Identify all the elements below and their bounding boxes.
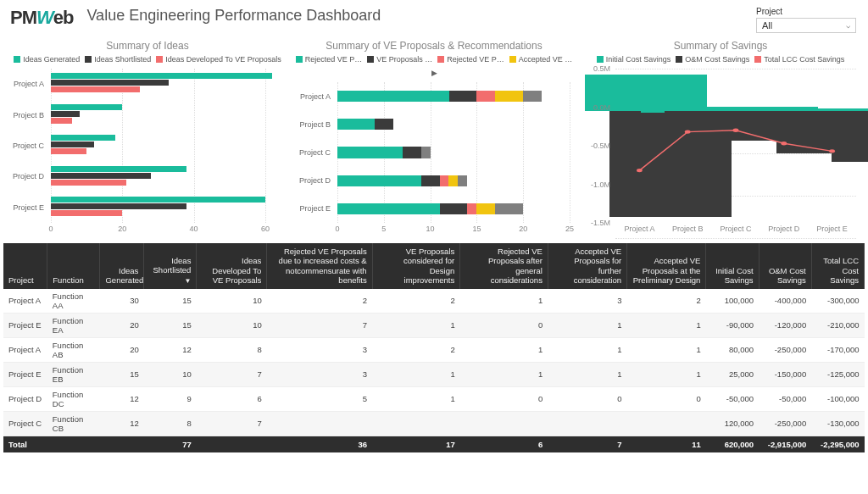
legend-item[interactable]: Rejected VE P… <box>437 55 504 64</box>
cell-project: Project D <box>3 386 47 411</box>
bar-segment[interactable] <box>440 175 449 186</box>
col-rej_general[interactable]: Rejected VE Proposals after general cons… <box>460 243 548 289</box>
cell-developed: 8 <box>197 337 267 362</box>
legend-more-icon[interactable]: ▶ <box>431 69 437 77</box>
project-dropdown[interactable]: All ⌵ <box>756 18 856 33</box>
bar[interactable] <box>51 111 80 117</box>
bar-segment[interactable] <box>476 91 495 102</box>
cell-om: -150,000 <box>759 362 811 386</box>
table-row[interactable]: Project AFunction AA30151022132100,000-4… <box>3 289 865 314</box>
col-acc_further[interactable]: Accepted VE Proposals for further consid… <box>548 243 626 289</box>
cell-ve_improve: 2 <box>372 337 460 362</box>
bar[interactable] <box>51 135 115 141</box>
bar-segment[interactable] <box>421 147 431 158</box>
bar-segment[interactable] <box>495 91 523 102</box>
x-tick: 10 <box>426 225 435 233</box>
col-om[interactable]: O&M Cost Savings <box>759 243 811 289</box>
table-row[interactable]: Project AFunction AB201283211180,000-250… <box>3 337 865 362</box>
cell-om: -120,000 <box>759 313 811 337</box>
col-function[interactable]: Function <box>47 243 100 289</box>
total-function <box>47 436 100 452</box>
legend-item[interactable]: Initial Cost Savings <box>597 55 671 64</box>
plot-area: 0.5M0.0M-0.5M-1.0M-1.5MProject AProject … <box>581 69 860 238</box>
bar-segment[interactable] <box>458 175 467 186</box>
bar-segment[interactable] <box>337 175 421 186</box>
bar[interactable] <box>51 148 86 154</box>
cell-developed: 6 <box>197 386 267 411</box>
table-row[interactable]: Project EFunction EB151073111125,000-150… <box>3 362 865 386</box>
col-initial[interactable]: Initial Cost Savings <box>706 243 759 289</box>
cell-generated: 20 <box>100 313 144 337</box>
col-lcc[interactable]: Total LCC Cost Savings <box>811 243 864 289</box>
bar-segment[interactable] <box>495 203 523 214</box>
legend-item[interactable]: Accepted VE … <box>509 55 573 64</box>
cell-rej_general: 0 <box>460 386 548 411</box>
legend-item[interactable]: Total LCC Cost Savings <box>754 55 844 64</box>
col-rej_cost[interactable]: Rejected VE Proposals due to increased c… <box>267 243 372 289</box>
bar-segment[interactable] <box>467 203 476 214</box>
bar[interactable] <box>51 73 272 79</box>
cell-project: Project E <box>3 362 47 386</box>
bar-segment[interactable] <box>403 147 421 158</box>
bar[interactable] <box>51 86 140 92</box>
col-shortlisted[interactable]: Ideas Shortlisted ▼ <box>144 243 197 289</box>
bar[interactable] <box>51 104 122 110</box>
bar-segment[interactable] <box>337 119 375 130</box>
cell-rej_general: 0 <box>460 313 548 337</box>
cell-lcc: -300,000 <box>811 289 864 314</box>
bar-segment[interactable] <box>448 175 458 186</box>
bar-segment[interactable] <box>523 91 542 102</box>
col-generated[interactable]: Ideas Generated <box>100 243 144 289</box>
legend-swatch <box>14 56 20 63</box>
charts-row: Summary of Ideas Ideas GeneratedIdeas Sh… <box>0 40 868 243</box>
bar[interactable] <box>51 180 126 186</box>
legend-item[interactable]: Ideas Generated <box>14 55 80 64</box>
x-tick: 0 <box>335 225 339 233</box>
cell-function: Function AB <box>47 337 100 362</box>
logo-post: eb <box>53 7 74 28</box>
bar-segment[interactable] <box>476 203 495 214</box>
cell-ve_improve: 1 <box>372 362 460 386</box>
bar[interactable] <box>51 203 186 209</box>
bar-segment[interactable] <box>337 91 449 102</box>
chart-proposals[interactable]: Summary of VE Proposals & Recommendation… <box>295 40 573 238</box>
col-ve_improve[interactable]: VE Proposals considered for Design impro… <box>372 243 460 289</box>
legend-item[interactable]: Ideas Shortlisted <box>85 55 151 64</box>
col-acc_prelim[interactable]: Accepted VE Proposals at the Preliminary… <box>627 243 706 289</box>
bar-segment[interactable] <box>337 203 440 214</box>
legend-label: VE Proposals … <box>376 55 432 64</box>
legend-item[interactable]: Ideas Developed To VE Proposals <box>156 55 281 64</box>
cell-rej_cost <box>267 411 372 436</box>
bar-segment[interactable] <box>421 175 440 186</box>
data-table[interactable]: ProjectFunctionIdeas GeneratedIdeas Shor… <box>3 243 865 452</box>
col-project[interactable]: Project <box>3 243 47 289</box>
table-row[interactable]: Project DFunction DC129651000-50,000-50,… <box>3 386 865 411</box>
bar[interactable] <box>51 197 265 203</box>
chart-savings[interactable]: Summary of Savings Initial Cost SavingsO… <box>581 40 860 238</box>
legend-item[interactable]: O&M Cost Savings <box>676 55 749 64</box>
table-row[interactable]: Project EFunction EA20151071011-90,000-1… <box>3 313 865 337</box>
bar[interactable] <box>51 80 169 86</box>
chart-ideas[interactable]: Summary of Ideas Ideas GeneratedIdeas Sh… <box>8 40 287 238</box>
cell-initial: -50,000 <box>706 386 759 411</box>
bar[interactable] <box>51 118 72 124</box>
table-row[interactable]: Project CFunction CB1287120,000-250,000-… <box>3 411 865 436</box>
legend-item[interactable]: Rejected VE P… <box>296 55 363 64</box>
bar[interactable] <box>51 166 186 172</box>
cell-generated: 15 <box>100 362 144 386</box>
bar-segment[interactable] <box>440 203 468 214</box>
bar[interactable] <box>51 173 151 179</box>
bar[interactable] <box>51 142 94 147</box>
cell-om: -400,000 <box>759 289 811 314</box>
vbar[interactable] <box>832 111 868 162</box>
cell-ve_improve: 2 <box>372 289 460 314</box>
total-rej_general: 6 <box>460 436 548 452</box>
bar-segment[interactable] <box>375 119 393 130</box>
bar-segment[interactable] <box>449 91 477 102</box>
cell-generated: 20 <box>100 337 144 362</box>
plot-area: Project AProject BProject CProject DProj… <box>8 69 287 238</box>
legend-item[interactable]: VE Proposals … <box>367 55 432 64</box>
col-developed[interactable]: Ideas Developed To VE Proposals <box>197 243 267 289</box>
bar-segment[interactable] <box>337 147 403 158</box>
bar[interactable] <box>51 210 122 216</box>
